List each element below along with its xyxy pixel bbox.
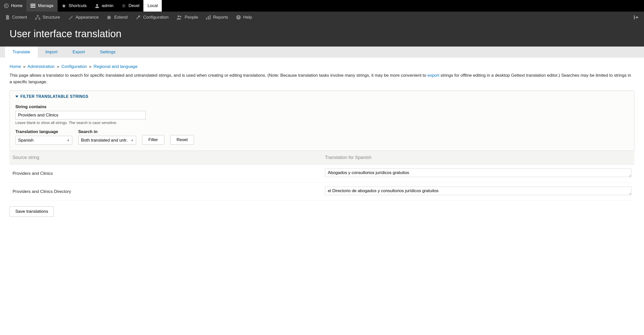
- tab-import[interactable]: Import: [38, 47, 65, 58]
- structure-icon: [35, 15, 40, 20]
- admin-structure[interactable]: Structure: [31, 12, 64, 23]
- toolbar-manage[interactable]: Manage: [26, 0, 57, 12]
- admin-appearance-label: Appearance: [76, 15, 99, 20]
- svg-point-9: [72, 16, 72, 16]
- star-icon: [62, 4, 66, 8]
- toolbar-home-label: Home: [11, 3, 22, 8]
- svg-rect-7: [35, 18, 37, 20]
- svg-point-4: [96, 4, 98, 6]
- toolbar-collapse[interactable]: [630, 12, 642, 23]
- breadcrumb: Home » Administration » Configuration » …: [10, 64, 634, 69]
- toolbar-local[interactable]: Local: [143, 0, 162, 12]
- filter-fieldset: Filter translatable strings String conta…: [10, 91, 634, 151]
- content: Home » Administration » Configuration » …: [0, 58, 644, 223]
- translations-table: Source string Translation for Spanish Pr…: [10, 151, 634, 201]
- svg-rect-6: [37, 15, 38, 16]
- svg-rect-1: [30, 4, 35, 5]
- svg-rect-14: [208, 16, 209, 20]
- breadcrumb-administration[interactable]: Administration: [27, 64, 55, 69]
- reset-button[interactable]: Reset: [170, 135, 194, 145]
- page-title-region: User interface translation: [0, 23, 644, 47]
- source-cell: Providers and Clinics Directory: [10, 183, 322, 201]
- tab-settings[interactable]: Settings: [93, 47, 123, 58]
- svg-text:?: ?: [237, 16, 239, 19]
- source-cell: Providers and Clinics: [10, 164, 322, 183]
- hamburger-icon: [30, 4, 35, 8]
- tab-export[interactable]: Export: [65, 47, 92, 58]
- gear-icon: [122, 4, 126, 8]
- toolbar-shortcuts[interactable]: Shortcuts: [58, 0, 91, 12]
- intro-text: This page allows a translator to search …: [10, 72, 634, 85]
- admin-appearance[interactable]: Appearance: [64, 12, 103, 23]
- collapse-icon: [634, 15, 639, 19]
- string-contains-help: Leave blank to show all strings. The sea…: [15, 120, 629, 125]
- svg-rect-19: [635, 17, 637, 18]
- language-label: Translation language: [15, 129, 72, 134]
- toolbar-home[interactable]: Home: [0, 0, 26, 12]
- puzzle-icon: [107, 15, 112, 20]
- string-contains-input[interactable]: [15, 111, 146, 119]
- page-title: User interface translation: [10, 28, 634, 39]
- toolbar-admin: Content Structure Appearance Extend Conf…: [0, 12, 644, 23]
- search-in-label: Search in: [78, 129, 136, 134]
- toolbar-devel[interactable]: Devel: [117, 0, 143, 12]
- svg-rect-2: [30, 5, 35, 6]
- col-translation: Translation for Spanish: [322, 151, 634, 164]
- admin-help[interactable]: ? Help: [232, 12, 256, 23]
- svg-point-0: [4, 4, 8, 8]
- toolbar-user[interactable]: admin: [91, 0, 117, 12]
- translation-input[interactable]: el Directorio de abogados y consultorios…: [325, 187, 631, 195]
- wrench-icon: [136, 15, 141, 20]
- breadcrumb-sep: »: [89, 64, 91, 69]
- breadcrumb-sep: »: [57, 64, 59, 69]
- admin-people[interactable]: People: [173, 12, 202, 23]
- toolbar-user-label: admin: [102, 3, 113, 8]
- breadcrumb-sep: »: [23, 64, 25, 69]
- svg-point-10: [72, 17, 73, 17]
- user-icon: [95, 4, 99, 8]
- admin-structure-label: Structure: [43, 15, 60, 20]
- document-icon: [6, 15, 10, 20]
- admin-extend-label: Extend: [114, 15, 128, 20]
- toolbar-top: Home Manage Shortcuts admin Devel Local: [0, 0, 644, 12]
- breadcrumb-regional[interactable]: Regional and language: [94, 64, 138, 69]
- svg-point-5: [123, 5, 125, 7]
- svg-rect-8: [39, 18, 40, 20]
- table-row: Providers and Clinics Abogados y consult…: [10, 164, 634, 183]
- admin-reports[interactable]: Reports: [202, 12, 232, 23]
- help-icon: ?: [236, 15, 241, 20]
- admin-configuration-label: Configuration: [143, 15, 169, 20]
- wand-icon: [68, 15, 73, 20]
- svg-point-12: [180, 16, 181, 17]
- toolbar-local-label: Local: [147, 3, 158, 8]
- fieldset-legend[interactable]: Filter translatable strings: [10, 91, 634, 102]
- tab-translate[interactable]: Translate: [5, 47, 38, 58]
- intro-export-link[interactable]: export: [427, 73, 439, 78]
- admin-content-label: Content: [12, 15, 27, 20]
- svg-rect-3: [30, 7, 35, 8]
- search-in-select[interactable]: Both translated and untr…: [78, 136, 136, 145]
- back-icon: [4, 4, 9, 8]
- intro-part1: This page allows a translator to search …: [10, 73, 427, 78]
- filter-button[interactable]: Filter: [142, 135, 164, 145]
- admin-configuration[interactable]: Configuration: [132, 12, 173, 23]
- svg-rect-13: [206, 18, 207, 20]
- breadcrumb-home[interactable]: Home: [10, 64, 21, 69]
- fieldset-legend-text: Filter translatable strings: [20, 94, 88, 99]
- language-select[interactable]: Spanish: [15, 136, 72, 145]
- admin-reports-label: Reports: [213, 15, 228, 20]
- toolbar-shortcuts-label: Shortcuts: [69, 3, 87, 8]
- breadcrumb-configuration[interactable]: Configuration: [61, 64, 87, 69]
- table-row: Providers and Clinics Directory el Direc…: [10, 183, 634, 201]
- svg-rect-18: [634, 15, 635, 19]
- admin-people-label: People: [185, 15, 198, 20]
- chart-icon: [206, 15, 211, 20]
- toolbar-manage-label: Manage: [38, 3, 53, 8]
- svg-rect-15: [210, 15, 211, 20]
- save-translations-button[interactable]: Save translations: [10, 206, 54, 217]
- toolbar-devel-label: Devel: [129, 3, 139, 8]
- translation-input[interactable]: Abogados y consultorios jurídicos gratui…: [325, 169, 631, 177]
- admin-content[interactable]: Content: [2, 12, 31, 23]
- fieldset-body: String contains Leave blank to show all …: [10, 102, 634, 151]
- admin-extend[interactable]: Extend: [103, 12, 132, 23]
